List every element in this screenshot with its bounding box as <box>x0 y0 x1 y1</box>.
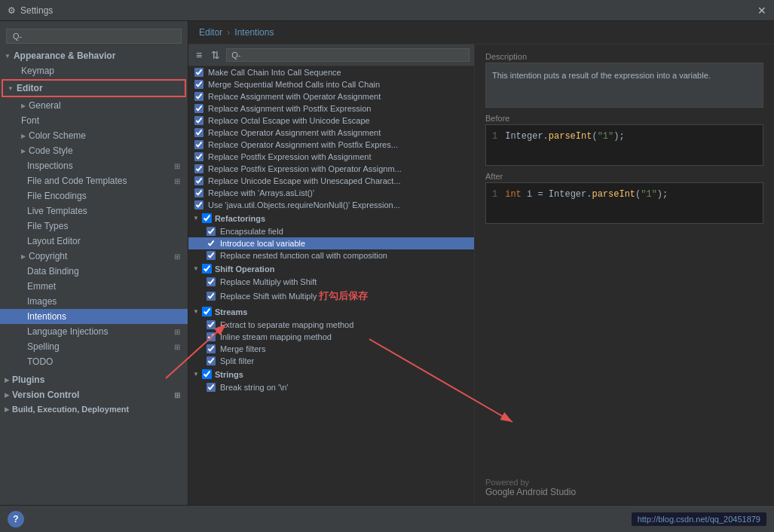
sidebar-item-keymap[interactable]: Keymap <box>0 63 188 78</box>
intention-inline-stream[interactable]: Inline stream mapping method <box>188 331 474 343</box>
sidebar-item-databinding[interactable]: Data Binding <box>0 264 188 279</box>
intention-label: Extract to separate mapping method <box>220 320 353 329</box>
annotation-text: 打勾后保存 <box>319 290 368 301</box>
cb-replace-octal[interactable] <box>194 116 203 125</box>
group-streams[interactable]: Streams <box>188 304 474 319</box>
sidebar-item-plugins[interactable]: Plugins <box>0 372 188 387</box>
intention-replace-octal[interactable]: Replace Octal Escape with Unicode Escape <box>188 115 474 127</box>
intention-label: Merge filters <box>220 344 266 353</box>
sidebar-item-todo[interactable]: TODO <box>0 354 188 369</box>
sidebar-item-emmet[interactable]: Emmet <box>0 279 188 294</box>
group-shift[interactable]: Shift Operation <box>188 261 474 276</box>
sidebar-search-input[interactable] <box>6 29 182 44</box>
sidebar-item-font[interactable]: Font <box>0 113 188 128</box>
collapse-all-button[interactable]: ⇅ <box>208 47 223 63</box>
sidebar-item-images[interactable]: Images <box>0 294 188 309</box>
cb-make-call-chain[interactable] <box>194 68 203 77</box>
intentions-list-pane: ≡ ⇅ Make Call Chain Into Call Sequence M… <box>188 44 475 505</box>
intention-merge-sequential[interactable]: Merge Sequential Method Calls into Call … <box>188 78 474 90</box>
sidebar-item-filecodetemplates[interactable]: File and Code Templates ⊞ <box>0 173 188 188</box>
intention-replace-op-assign[interactable]: Replace Operator Assignment with Assignm… <box>188 127 474 139</box>
cb-introduce-local-var[interactable] <box>207 239 216 248</box>
sidebar-item-label: Spelling <box>27 341 60 352</box>
cb-replace-assign-postfix[interactable] <box>194 104 203 113</box>
sidebar-item-filetypes[interactable]: File Types <box>0 219 188 234</box>
cb-use-requirenonnull[interactable] <box>194 200 203 209</box>
cb-replace-multiply-shift[interactable] <box>207 277 216 286</box>
cb-replace-nested[interactable] <box>207 251 216 260</box>
intention-encapsulate[interactable]: Encapsulate field <box>188 225 474 237</box>
intention-replace-op-postfix[interactable]: Replace Operator Assignment with Postfix… <box>188 139 474 151</box>
cb-inline-stream[interactable] <box>207 332 216 341</box>
sidebar-item-inspections[interactable]: Inspections ⊞ <box>0 158 188 173</box>
cb-replace-op-postfix[interactable] <box>194 140 203 149</box>
intention-split-filter[interactable]: Split filter <box>188 355 474 367</box>
intention-replace-multiply-shift[interactable]: Replace Multiply with Shift <box>188 276 474 288</box>
intention-replace-unicode[interactable]: Replace Unicode Escape with Unescaped Ch… <box>188 175 474 187</box>
sidebar-item-label: File Types <box>27 221 68 231</box>
cb-group-shift[interactable] <box>202 264 212 274</box>
cb-extract-mapping[interactable] <box>207 320 216 329</box>
cb-group-strings[interactable] <box>202 369 212 379</box>
cb-merge-sequential[interactable] <box>194 80 203 89</box>
intention-replace-postfix-op[interactable]: Replace Postfix Expression with Operator… <box>188 163 474 175</box>
sidebar-item-languageinjections[interactable]: Language Injections ⊞ <box>0 324 188 339</box>
group-expand-icon <box>193 308 199 315</box>
sidebar-item-versioncontrol[interactable]: Version Control ⊞ <box>0 387 188 402</box>
icon-inspections: ⊞ <box>174 162 180 170</box>
sidebar-item-copyright[interactable]: Copyright ⊞ <box>0 249 188 264</box>
sidebar-item-intentions[interactable]: Intentions <box>0 309 188 324</box>
intentions-list: Make Call Chain Into Call Sequence Merge… <box>188 66 474 505</box>
intention-replace-postfix-assign[interactable]: Replace Postfix Expression with Assignme… <box>188 151 474 163</box>
sidebar-item-appearance[interactable]: Appearance & Behavior <box>0 48 188 63</box>
sidebar-item-fileencodings[interactable]: File Encodings <box>0 188 188 203</box>
intention-extract-mapping[interactable]: Extract to separate mapping method <box>188 319 474 331</box>
intention-introduce-local-var[interactable]: Introduce local variable <box>188 237 474 249</box>
sidebar-item-layouteditor[interactable]: Layout Editor <box>0 234 188 249</box>
code-method: parseInt <box>592 189 635 200</box>
intention-label: Replace Operator Assignment with Assignm… <box>208 128 381 137</box>
cb-replace-shift-multiply[interactable] <box>207 292 216 301</box>
sidebar-item-codestyle[interactable]: Code Style <box>0 143 188 158</box>
intention-replace-nested[interactable]: Replace nested function call with compos… <box>188 249 474 261</box>
intention-replace-assign-op[interactable]: Replace Assignment with Operator Assignm… <box>188 90 474 102</box>
cb-replace-arrays[interactable] <box>194 188 203 197</box>
expand-all-button[interactable]: ≡ <box>193 47 205 63</box>
intention-use-requirenonnull[interactable]: Use 'java.util.Objects.requireNonNull()'… <box>188 199 474 211</box>
close-button[interactable]: ✕ <box>757 5 766 17</box>
icon-spelling: ⊞ <box>174 343 180 351</box>
icon-copyright: ⊞ <box>174 252 180 261</box>
sidebar-item-spelling[interactable]: Spelling ⊞ <box>0 339 188 354</box>
group-refactorings[interactable]: Refactorings <box>188 211 474 225</box>
expand-icon <box>21 102 26 109</box>
cb-split-filter[interactable] <box>207 356 216 365</box>
sidebar-item-label: Color Scheme <box>29 130 86 141</box>
cb-replace-postfix-op[interactable] <box>194 164 203 173</box>
sidebar-item-general[interactable]: General <box>0 98 188 113</box>
group-strings[interactable]: Strings <box>188 367 474 381</box>
cb-encapsulate[interactable] <box>207 227 216 236</box>
icon-vc: ⊞ <box>174 391 180 399</box>
cb-group-refactorings[interactable] <box>202 213 212 223</box>
intention-replace-arrays[interactable]: Replace with 'Arrays.asList()' <box>188 187 474 199</box>
intention-merge-filters[interactable]: Merge filters <box>188 343 474 355</box>
sidebar-item-colorscheme[interactable]: Color Scheme <box>0 128 188 143</box>
intention-label: Encapsulate field <box>220 227 283 236</box>
cb-replace-op-assign[interactable] <box>194 128 203 137</box>
intention-replace-assign-postfix[interactable]: Replace Assignment with Postfix Expressi… <box>188 102 474 115</box>
sidebar-item-editor[interactable]: Editor <box>2 79 186 97</box>
intention-make-call-chain[interactable]: Make Call Chain Into Call Sequence <box>188 66 474 78</box>
intention-replace-shift-multiply[interactable]: Replace Shift with Multiply 打勾后保存 <box>188 288 474 304</box>
settings-icon: ⚙ <box>8 5 16 16</box>
sidebar-item-livetemplates[interactable]: Live Templates <box>0 203 188 219</box>
intention-break-string[interactable]: Break string on '\n' <box>188 381 474 393</box>
cb-merge-filters[interactable] <box>207 344 216 353</box>
help-button[interactable]: ? <box>8 511 24 527</box>
cb-replace-unicode[interactable] <box>194 176 203 185</box>
intentions-search-input[interactable] <box>226 48 470 62</box>
sidebar-item-buildexec[interactable]: Build, Execution, Deployment <box>0 402 188 416</box>
cb-group-streams[interactable] <box>202 307 212 316</box>
cb-replace-postfix-assign[interactable] <box>194 152 203 161</box>
cb-break-string[interactable] <box>207 383 216 392</box>
cb-replace-assign-op[interactable] <box>194 92 203 101</box>
